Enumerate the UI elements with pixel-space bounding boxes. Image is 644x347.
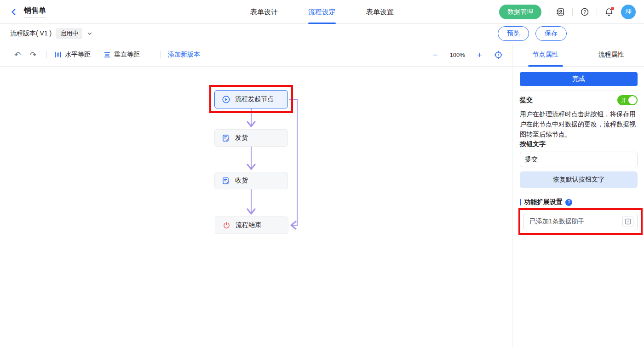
data-manage-button[interactable]: 数据管理 <box>499 5 541 19</box>
status-badge: 启用中 <box>56 28 82 39</box>
form-edit-icon <box>222 177 230 185</box>
version-label: 流程版本( V1 ) <box>10 29 52 38</box>
flow-edges <box>0 43 512 347</box>
annotation-box-assistant: 已添加1条数据助手 <box>518 208 643 235</box>
vertical-spacing-button[interactable]: 垂直等距 <box>104 51 140 59</box>
tab-node-properties[interactable]: 节点属性 <box>512 43 578 66</box>
panel-tabs: 节点属性 流程属性 <box>512 43 644 67</box>
tab-form-design[interactable]: 表单设计 <box>250 0 278 24</box>
preview-button[interactable]: 预览 <box>498 26 529 41</box>
save-button[interactable]: 保存 <box>535 26 567 41</box>
play-icon <box>222 96 230 103</box>
power-icon <box>223 222 230 229</box>
submit-description: 用户在处理流程时点击此按钮，将保存用户在此节点中对数据的更改，流程数据视图转至后… <box>520 109 638 139</box>
canvas-toolbar: ↶ ↷ 水平等距 垂直等距 添加新版本 − 100% + <box>0 43 512 67</box>
edit-icon[interactable] <box>622 216 633 227</box>
submit-toggle[interactable]: 开 <box>617 95 638 105</box>
divider <box>160 51 161 58</box>
form-edit-icon <box>222 134 230 142</box>
tab-form-settings[interactable]: 表单设置 <box>366 0 394 24</box>
zoom-out-button[interactable]: − <box>433 51 438 59</box>
toggle-on-text: 开 <box>621 97 627 104</box>
data-assistant-item[interactable]: 已添加1条数据助手 <box>523 213 638 230</box>
button-text-input[interactable] <box>520 152 638 167</box>
divider <box>597 8 597 16</box>
properties-panel: 节点属性 流程属性 完成 提交 开 用户在处理流程时点击此按钮，将保存用户在此节… <box>512 43 644 347</box>
flow-canvas: ↶ ↷ 水平等距 垂直等距 添加新版本 − 100% + <box>0 43 512 347</box>
zoom-in-button[interactable]: + <box>477 51 482 59</box>
divider <box>548 8 548 16</box>
submit-label: 提交 <box>520 96 533 104</box>
redo-icon[interactable]: ↷ <box>27 50 39 60</box>
flow-node-label: 流程结束 <box>236 221 261 229</box>
help-question-icon[interactable]: ? <box>565 199 572 206</box>
add-version-link[interactable]: 添加新版本 <box>168 51 200 59</box>
section-accent-bar <box>520 199 521 205</box>
flow-node-start[interactable]: 流程发起节点 <box>214 90 288 108</box>
version-dropdown-chevron-icon[interactable] <box>87 31 92 36</box>
button-text-label: 按钮文字 <box>520 140 638 148</box>
toggle-knob <box>628 96 637 104</box>
extension-section-title: 功能扩展设置 <box>524 198 563 206</box>
flow-node-ship[interactable]: 发货 <box>214 129 288 147</box>
flow-node-end[interactable]: 流程结束 <box>215 216 288 234</box>
complete-button[interactable]: 完成 <box>520 72 638 86</box>
zoom-level: 100% <box>450 51 465 58</box>
fit-center-icon[interactable] <box>494 51 503 59</box>
tab-flow-settings[interactable]: 流程设定 <box>308 0 336 24</box>
flow-node-label: 流程发起节点 <box>235 95 274 103</box>
restore-default-button[interactable]: 恢复默认按钮文字 <box>520 171 638 188</box>
notification-dot <box>611 7 614 10</box>
avatar[interactable]: 理 <box>621 5 636 19</box>
vertical-spacing-icon <box>104 51 111 58</box>
divider <box>520 91 638 91</box>
flow-node-label: 发货 <box>235 134 248 142</box>
undo-icon[interactable]: ↶ <box>12 50 23 60</box>
divider <box>572 8 573 16</box>
flow-node-receive[interactable]: 收货 <box>214 172 288 189</box>
help-icon[interactable]: ? <box>579 6 590 17</box>
assistant-item-text: 已添加1条数据助手 <box>529 217 585 226</box>
flow-node-label: 收货 <box>235 176 248 185</box>
page-title[interactable]: 销售单 <box>24 6 46 17</box>
back-icon[interactable] <box>9 7 18 17</box>
contacts-icon[interactable] <box>555 6 566 17</box>
tab-flow-properties[interactable]: 流程属性 <box>578 43 644 66</box>
horizontal-spacing-button[interactable]: 水平等距 <box>54 51 91 59</box>
divider <box>46 51 47 58</box>
horizontal-spacing-icon <box>54 51 62 58</box>
version-bar: 流程版本( V1 ) 启用中 预览 保存 <box>0 24 644 43</box>
svg-text:?: ? <box>583 9 586 14</box>
notification-bell-icon[interactable] <box>604 6 615 17</box>
top-header: 销售单 表单设计 流程设定 表单设置 数据管理 ? <box>0 0 644 24</box>
